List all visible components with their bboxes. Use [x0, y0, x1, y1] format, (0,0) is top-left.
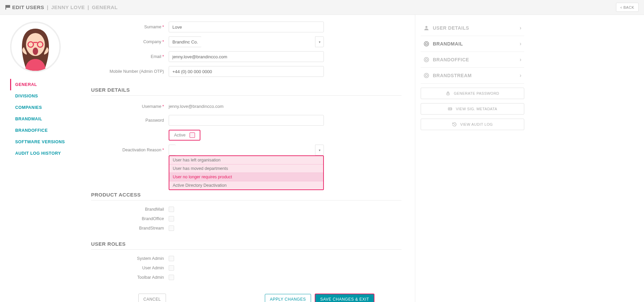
toolbaradmin-label: Toolbar Admin [91, 275, 169, 280]
deactivation-option[interactable]: User no longer requires product [169, 173, 323, 181]
active-label: Active [174, 133, 186, 138]
section-user-details: USER DETAILS [91, 81, 401, 96]
crumb-section: GENERAL [92, 4, 118, 10]
view-sig-metadata-button[interactable]: VIEW SIG. METADATA [421, 103, 524, 115]
password-input[interactable] [169, 115, 324, 126]
target-icon [423, 72, 429, 79]
chevron-right-icon: › [520, 57, 522, 63]
deactivation-dropdown: User has left organisation User has move… [169, 155, 324, 190]
active-checkbox[interactable] [190, 132, 195, 138]
svg-point-6 [425, 59, 427, 61]
target-icon [423, 41, 429, 47]
apply-button[interactable]: APPLY CHANGES [265, 294, 311, 302]
svg-point-1 [33, 48, 38, 55]
svg-point-7 [424, 73, 429, 78]
company-label: Company* [91, 39, 169, 44]
email-label: Email* [91, 54, 169, 59]
footer-actions: CANCEL APPLY CHANGES SAVE CHANGES & EXIT [138, 294, 374, 302]
svg-point-4 [425, 43, 427, 45]
crumb-sep: | [87, 4, 90, 10]
chevron-right-icon: › [520, 25, 522, 31]
sysadmin-checkbox[interactable] [169, 256, 174, 261]
crumb-user: JENNY LOVE [51, 4, 85, 10]
rs-brandstream[interactable]: BRANDSTREAM › [421, 68, 524, 84]
svg-rect-9 [447, 93, 449, 95]
nav-companies[interactable]: COMPANIES [10, 102, 78, 113]
save-exit-button[interactable]: SAVE CHANGES & EXIT [315, 294, 374, 302]
deactivation-option[interactable]: Active Directory Deactivation [169, 181, 323, 189]
user-icon [423, 25, 429, 31]
section-user-roles: USER ROLES [91, 235, 401, 250]
rs-brandmail[interactable]: BRANDMAIL › [421, 36, 524, 52]
topbar: EDIT USERS | JENNY LOVE | GENERAL BACK [0, 0, 644, 15]
mobile-input[interactable] [169, 66, 324, 77]
deactivation-label: Deactivation Reason* [91, 148, 169, 152]
email-input[interactable] [169, 51, 324, 62]
crumb-sep: | [46, 4, 49, 10]
crumb-edit-users: EDIT USERS [12, 4, 44, 10]
mobile-label: Mobile Number (Admin OTP) [91, 69, 169, 74]
username-label: Username* [91, 104, 169, 109]
deactivation-option[interactable]: User has moved departments [169, 164, 323, 173]
useradmin-checkbox[interactable] [169, 265, 174, 271]
target-icon [423, 57, 429, 63]
sidebar-left: GENERAL DIVISIONS COMPANIES BRANDMAIL BR… [0, 15, 78, 302]
nav-brandoffice[interactable]: BRANDOFFICE [10, 125, 78, 136]
deactivation-select[interactable] [169, 145, 176, 155]
avatar [10, 22, 61, 72]
surname-input[interactable] [169, 22, 324, 32]
nav-audit-log[interactable]: AUDIT LOG HISTORY [10, 148, 78, 159]
svg-point-11 [449, 109, 450, 109]
deactivation-option[interactable]: User has left organisation [169, 156, 323, 164]
useradmin-label: User Admin [91, 266, 169, 270]
svg-point-5 [424, 57, 429, 62]
brandmail-checkbox[interactable] [169, 207, 174, 212]
sysadmin-label: System Admin [91, 256, 169, 261]
generate-password-button[interactable]: GENERATE PASSWORD [421, 88, 524, 99]
back-button[interactable]: BACK [616, 3, 639, 12]
rs-user-details[interactable]: USER DETAILS › [421, 20, 524, 36]
chevron-right-icon: › [520, 72, 522, 79]
svg-point-3 [424, 41, 429, 46]
view-audit-log-button[interactable]: VIEW AUDIT LOG [421, 119, 524, 130]
brandoffice-label: BrandOffice [91, 216, 169, 221]
nav-brandmail[interactable]: BRANDMAIL [10, 113, 78, 125]
svg-point-8 [425, 74, 427, 77]
nav-software-versions[interactable]: SOFTWARE VERSIONS [10, 136, 78, 148]
chevron-down-icon: ▾ [315, 145, 324, 155]
avatar-icon [15, 24, 56, 71]
chevron-right-icon: › [520, 41, 522, 47]
left-nav: GENERAL DIVISIONS COMPANIES BRANDMAIL BR… [10, 79, 78, 159]
brandoffice-checkbox[interactable] [169, 216, 174, 221]
nav-general[interactable]: GENERAL [10, 79, 78, 90]
username-value: jenny.love@brandincco.com [169, 102, 324, 111]
toolbaradmin-checkbox[interactable] [169, 275, 174, 280]
main-form: Surname* Company* BrandInc Co. ▾ Email* … [78, 15, 415, 302]
brandmail-label: BrandMail [91, 207, 169, 212]
breadcrumb: EDIT USERS | JENNY LOVE | GENERAL [5, 4, 118, 10]
history-icon [452, 122, 457, 127]
lock-icon [446, 91, 450, 96]
svg-point-2 [425, 26, 427, 28]
active-toggle-wrap: Active [169, 130, 200, 141]
nav-divisions[interactable]: DIVISIONS [10, 90, 78, 102]
rs-brandoffice[interactable]: BRANDOFFICE › [421, 52, 524, 68]
company-select[interactable]: BrandInc Co. [169, 36, 201, 47]
chevron-down-icon: ▾ [315, 36, 324, 47]
brandstream-checkbox[interactable] [169, 225, 174, 231]
brandstream-label: BrandStream [91, 226, 169, 231]
flag-icon [5, 5, 10, 10]
sidebar-right: USER DETAILS › BRANDMAIL › BRANDOFFICE ›… [415, 15, 530, 302]
card-icon [448, 107, 452, 111]
cancel-button[interactable]: CANCEL [138, 294, 166, 302]
password-label: Password [91, 118, 169, 123]
surname-label: Surname* [91, 25, 169, 29]
